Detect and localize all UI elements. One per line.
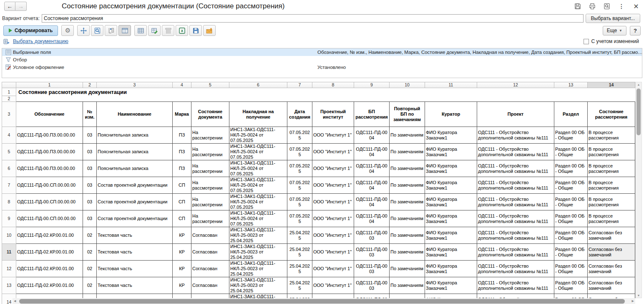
sheet-cell[interactable]: 07.05.2025 (287, 210, 312, 227)
sheet-cell[interactable]: 07.05.2025 (287, 160, 312, 177)
sheet-cell[interactable]: Состав проектной документации (97, 210, 173, 227)
sheet-cell[interactable]: Состав проектной документации (97, 194, 173, 210)
sheet-cell[interactable]: ОДС111-ПД-0004 (354, 160, 390, 177)
sheet-cell[interactable]: По замечаниям (390, 127, 425, 144)
sheet-cell[interactable]: Согласован без замечаний (588, 244, 635, 261)
sheet-cell[interactable]: ОДС111 - Обустройство дополнительной скв… (477, 144, 554, 160)
sheet-cell[interactable]: ИНС1-ЗАК1-ОДС111-НКЛ-25-0024 от 07.05.20… (229, 160, 287, 177)
sheet-cell[interactable]: ФИО Куратора Заказчик1 (425, 127, 477, 144)
preview-zoom-button[interactable] (91, 25, 103, 36)
vertical-scrollbar[interactable]: ▲ ▼ (635, 82, 642, 298)
sheet-cell[interactable]: В процессе рассмотрения (588, 194, 635, 210)
preview-icon[interactable] (603, 3, 611, 10)
sheet-cell[interactable]: По замечаниям (390, 194, 425, 210)
column-number-7[interactable]: 7 (287, 82, 312, 88)
sheet-cell[interactable]: 25.04.2025 (287, 261, 312, 277)
sheet-cell[interactable]: Согласован без замечаний (588, 277, 635, 294)
column-number-13[interactable]: 13 (554, 82, 588, 88)
sheet-cell[interactable]: В процессе рассмотрения (588, 144, 635, 160)
vertical-scroll-thumb[interactable] (636, 89, 641, 135)
table-edit-button[interactable] (148, 25, 161, 36)
sheet-cell[interactable]: СП (173, 210, 191, 227)
column-header[interactable]: Проект (477, 102, 554, 127)
sheet-cell[interactable]: По замечаниям (390, 227, 425, 244)
settings-row-conditional-format[interactable]: Условное оформление Установлено (2, 63, 642, 71)
sheet-cell[interactable]: ФИО Куратора Заказчик1 (425, 177, 477, 194)
sheet-cell[interactable]: В процессе рассмотрения (588, 210, 635, 227)
sheet-cell[interactable]: ОДС111-ПД-0004 (354, 210, 390, 227)
sheet-cell[interactable]: ОДС111-ПД-00.ПЗ.00.00.00 (16, 160, 83, 177)
sheet-cell[interactable]: ОДС111-ПД-02.КР.00.01.00 (16, 277, 83, 294)
sheet-cell[interactable]: Согласован (191, 227, 229, 244)
sheet-cell[interactable]: ФИО Куратора Заказчик1 (425, 144, 477, 160)
sheet-cell[interactable]: ИНС1-ЗАК1-ОДС111-НКЛ-25-0023 от 25.04.20… (229, 277, 287, 294)
sheet-cell[interactable]: ОДС111-ПД-02.КР.00.01.00 (16, 244, 83, 261)
sheet-cell[interactable]: ОДС111 - Обустройство дополнительной скв… (477, 277, 554, 294)
sheet-cell[interactable]: ИНС1-ЗАК1-ОДС111-НКЛ-25-0023 от 25.04.20… (229, 244, 287, 261)
sheet-cell[interactable]: КР (173, 277, 191, 294)
sheet-cell[interactable]: Пояснительная записка (97, 127, 173, 144)
sheet-cell[interactable]: ИНС1-ЗАК1-ОДС111-НКЛ-25-0024 от 07.05.20… (229, 127, 287, 144)
column-header[interactable]: № изм. (83, 102, 97, 127)
sheet-cell[interactable]: ООО "Институт 1" (312, 177, 354, 194)
sheet-cell[interactable]: КР (173, 261, 191, 277)
column-header[interactable]: Наименование (97, 102, 173, 127)
sheet-cell[interactable]: Раздел 00 ОБ - Общие (554, 261, 588, 277)
sheet-cell[interactable]: ФИО Куратора Заказчик1 (425, 244, 477, 261)
column-number-14[interactable]: 14 (588, 82, 635, 88)
excel-export-button[interactable]: X (176, 25, 188, 36)
sheet-cell[interactable]: ФИО Куратора Заказчик1 (425, 194, 477, 210)
sheet-cell[interactable]: 07.05.2025 (287, 144, 312, 160)
horizontal-scrollbar[interactable]: ◀ ▶ (13, 298, 635, 304)
sheet-cell[interactable]: ИНС1-ЗАК1-ОДС111-НКЛ-25-0023 от 25.04.20… (229, 227, 287, 244)
row-number-4[interactable]: 4 (2, 127, 16, 144)
sheet-cell[interactable]: ОДС111-ПД-0003 (354, 261, 390, 277)
sheet-cell[interactable]: ОДС111-ПД-00.ПЗ.00.00.00 (16, 127, 83, 144)
sheet-cell[interactable]: ОДС111-ПД-00.СП.00.00.00 (16, 177, 83, 194)
sheet-cell[interactable]: ОДС111-ПД-0003 (354, 227, 390, 244)
sheet-cell[interactable]: 03 (83, 177, 97, 194)
sheet-cell[interactable]: 02 (83, 277, 97, 294)
column-number-8[interactable]: 8 (312, 82, 354, 88)
sheet-cell[interactable]: 03 (83, 127, 97, 144)
column-number-10[interactable]: 10 (390, 82, 425, 88)
horizontal-scroll-thumb[interactable] (19, 299, 625, 304)
sheet-cell[interactable]: ИНС1-ЗАК1-ОДС111-НКЛ-25-0024 от 07.05.20… (229, 177, 287, 194)
back-button[interactable]: ← (4, 2, 15, 11)
settings-row-selected-fields[interactable]: Выбранные поля Обозначение, № изм., Наим… (2, 48, 642, 56)
sheet-cell[interactable]: ИНС1-ЗАК1-ОДС111-НКЛ-25-0024 от 07.05.20… (229, 194, 287, 210)
choose-variant-button[interactable]: Выбрать вариант... (586, 14, 640, 23)
row-number-5[interactable]: 5 (2, 144, 16, 160)
generate-button[interactable]: Сформировать (3, 25, 58, 36)
sheet-cell[interactable]: ОДС111-ПД-00.ПЗ.00.00.00 (16, 144, 83, 160)
close-icon[interactable]: ✕ (632, 3, 640, 10)
email-send-button[interactable] (203, 25, 216, 36)
sheet-cell[interactable]: Раздел 00 ОБ - Общие (554, 227, 588, 244)
sheet-cell[interactable]: ПЗ (173, 144, 191, 160)
with-changes-option[interactable]: С учетом изменений (584, 38, 639, 44)
row-number-9[interactable]: 9 (2, 210, 16, 227)
sheet-cell[interactable]: ООО "Институт 1" (312, 261, 354, 277)
sheet-cell[interactable]: Согласован без замечаний (588, 261, 635, 277)
column-number-2[interactable]: 2 (83, 82, 97, 88)
sheet-cell[interactable]: По замечаниям (390, 210, 425, 227)
table-grid-button[interactable] (134, 25, 147, 36)
sheet-cell[interactable]: Раздел 00 ОБ - Общие (554, 210, 588, 227)
sheet-cell[interactable]: ОДС111-ПД-00.СП.00.00.00 (16, 210, 83, 227)
structure-button[interactable] (105, 25, 117, 36)
sheet-cell[interactable]: На рассмотрении (191, 144, 229, 160)
sheet-cell[interactable]: Согласован без замечаний (588, 227, 635, 244)
sheet-cell[interactable]: На рассмотрении (191, 127, 229, 144)
row-number-2[interactable]: 2 (2, 96, 16, 102)
sheet-cell[interactable]: 25.04.2025 (287, 277, 312, 294)
more-button[interactable]: Еще▼ (603, 26, 626, 35)
sheet-cell[interactable]: Раздел 00 ОБ - Общие (554, 277, 588, 294)
sheet-cell[interactable]: ОДС111-ПД-0004 (354, 127, 390, 144)
kebab-menu-icon[interactable]: ⋮ (618, 3, 625, 10)
sheet-cell[interactable]: ОДС111 - Обустройство дополнительной скв… (477, 160, 554, 177)
table-dots-button[interactable] (162, 25, 174, 36)
sheet-cell[interactable]: Текстовая часть (97, 261, 173, 277)
sheet-cell[interactable]: В процессе рассмотрения (588, 177, 635, 194)
scroll-left-icon[interactable]: ◀ (14, 299, 16, 303)
sheet-cell[interactable]: 07.05.2025 (287, 177, 312, 194)
